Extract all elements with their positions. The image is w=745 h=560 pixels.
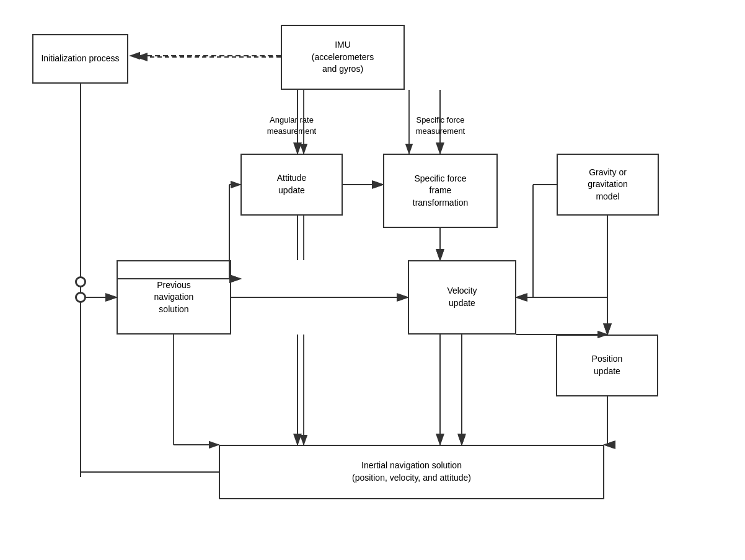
velocity-label: Velocityupdate — [447, 285, 477, 309]
imu-box: IMU(accelerometersand gyros) — [281, 25, 405, 90]
ins-box: Inertial navigation solution(position, v… — [219, 445, 604, 499]
svg-point-12 — [76, 277, 86, 287]
position-label: Positionupdate — [592, 353, 623, 377]
sff-label: Specific forceframetransformation — [413, 173, 468, 209]
gravity-box: Gravity orgravitationmodel — [557, 154, 659, 216]
position-box: Positionupdate — [556, 335, 658, 396]
imu-label: IMU(accelerometersand gyros) — [312, 39, 374, 76]
svg-point-40 — [76, 278, 85, 286]
attitude-label: Attitudeupdate — [277, 172, 306, 196]
prev-box: Previousnavigationsolution — [117, 260, 231, 335]
init-box: Initialization process — [32, 34, 128, 84]
specific-force-meas-label: Specific forcemeasurement — [383, 115, 498, 137]
velocity-box: Velocityupdate — [408, 260, 516, 335]
diagram: Initialization process IMU(accelerometer… — [0, 0, 745, 560]
angular-rate-label: Angular ratemeasurement — [240, 115, 343, 137]
svg-point-13 — [76, 292, 86, 302]
gravity-label: Gravity orgravitationmodel — [588, 167, 628, 203]
sff-box: Specific forceframetransformation — [383, 154, 498, 228]
init-label: Initialization process — [41, 53, 119, 65]
prev-label: Previousnavigationsolution — [154, 279, 194, 316]
svg-point-41 — [76, 293, 85, 302]
attitude-box: Attitudeupdate — [240, 154, 343, 216]
ins-label: Inertial navigation solution(position, v… — [352, 460, 471, 484]
